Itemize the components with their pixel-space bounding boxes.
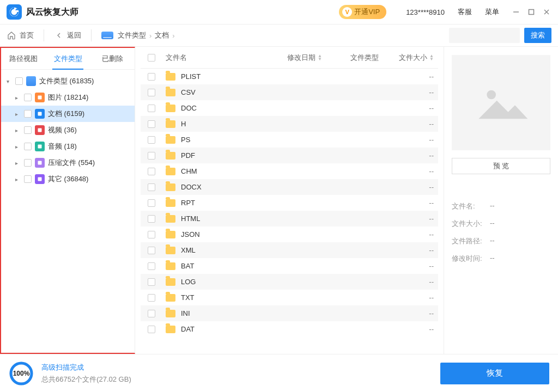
chevron-right-icon[interactable]: ▸ [15, 176, 21, 182]
col-size[interactable]: 文件大小▲▼ [395, 53, 438, 63]
row-checkbox[interactable] [148, 136, 155, 144]
breadcrumb-sep: › [149, 32, 151, 40]
row-checkbox[interactable] [148, 199, 155, 207]
scan-summary: 总共66752个文件(27.02 GB) [41, 375, 131, 384]
row-checkbox[interactable] [148, 183, 155, 191]
svg-rect-10 [38, 128, 42, 132]
chevron-right-icon[interactable]: ▸ [15, 95, 21, 101]
chevron-right-icon[interactable]: ▸ [15, 144, 21, 150]
row-checkbox[interactable] [148, 278, 155, 286]
chevron-right-icon[interactable]: ▸ [15, 127, 21, 133]
table-row[interactable]: XML -- [141, 242, 438, 258]
tree-item[interactable]: ▸ 文档 (6159) [1, 106, 135, 122]
table-row[interactable]: RPT -- [141, 195, 438, 211]
support-link[interactable]: 客服 [458, 7, 472, 17]
tree-root[interactable]: ▾ 文件类型 (61835) [1, 73, 135, 89]
checkbox[interactable] [24, 126, 32, 134]
col-date[interactable]: 修改日期▲▼ [275, 53, 335, 63]
menu-link[interactable]: 菜单 [485, 7, 499, 17]
minimize-button[interactable] [511, 7, 521, 17]
tree-item[interactable]: ▸ 压缩文件 (554) [1, 155, 135, 171]
tree-item-label: 视频 (36) [48, 125, 77, 135]
category-icon [35, 174, 45, 184]
tab-path-view[interactable]: 路径视图 [1, 48, 46, 69]
table-row[interactable]: PS -- [141, 132, 438, 148]
checkbox[interactable] [15, 77, 23, 85]
table-row[interactable]: INI -- [141, 305, 438, 321]
table-row[interactable]: TXT -- [141, 290, 438, 305]
sidebar: 路径视图 文件类型 已删除 ▾ 文件类型 (61835) ▸ 图片 (18214… [0, 47, 135, 354]
meta-name-value: -- [490, 201, 495, 211]
tab-file-type[interactable]: 文件类型 [46, 48, 90, 69]
meta-mtime-value: -- [490, 254, 495, 264]
chevron-right-icon[interactable]: ▸ [15, 160, 21, 166]
file-size: -- [395, 151, 438, 160]
checkbox[interactable] [24, 110, 32, 118]
vip-button[interactable]: V 开通VIP [339, 5, 386, 19]
home-label: 首页 [20, 30, 34, 40]
table-row[interactable]: DOC -- [141, 100, 438, 116]
row-checkbox[interactable] [148, 168, 155, 175]
col-type[interactable]: 文件类型 [335, 53, 395, 63]
table-row[interactable]: LOG -- [141, 274, 438, 290]
file-name: INI [181, 309, 190, 317]
home-button[interactable]: 首页 [7, 30, 34, 40]
tree-item[interactable]: ▸ 其它 (36848) [1, 171, 135, 187]
row-checkbox[interactable] [148, 294, 155, 302]
tab-deleted[interactable]: 已删除 [90, 48, 135, 69]
table-row[interactable]: PDF -- [141, 148, 438, 163]
tree-item-label: 图片 (18214) [48, 93, 88, 102]
row-checkbox[interactable] [148, 262, 155, 270]
select-all-checkbox[interactable] [148, 54, 155, 62]
meta-size-value: -- [490, 219, 495, 229]
checkbox[interactable] [24, 143, 32, 150]
breadcrumb[interactable]: 文件类型 › 文档 › [118, 30, 175, 40]
back-button[interactable]: 返回 [54, 30, 81, 40]
row-checkbox[interactable] [148, 89, 155, 96]
folder-icon [166, 152, 175, 160]
tree-item[interactable]: ▸ 音频 (18) [1, 138, 135, 155]
table-row[interactable]: BAT -- [141, 258, 438, 274]
table-row[interactable]: DOCX -- [141, 179, 438, 195]
table-row[interactable]: PLIST -- [141, 69, 438, 84]
checkbox[interactable] [24, 159, 32, 167]
row-checkbox[interactable] [148, 105, 155, 112]
preview-button[interactable]: 预 览 [452, 158, 550, 174]
user-id[interactable]: 123****8910 [406, 8, 445, 16]
table-row[interactable]: H -- [141, 116, 438, 132]
row-checkbox[interactable] [148, 120, 155, 128]
folder-icon [166, 120, 175, 128]
recover-button[interactable]: 恢复 [440, 363, 549, 384]
row-checkbox[interactable] [148, 231, 155, 238]
row-checkbox[interactable] [148, 326, 155, 333]
col-name[interactable]: 文件名 [162, 53, 275, 63]
table-row[interactable]: HTML -- [141, 211, 438, 226]
checkbox[interactable] [24, 94, 32, 101]
tree-item-label: 文档 (6159) [48, 109, 84, 119]
search-button[interactable]: 搜索 [524, 28, 551, 43]
file-size: -- [395, 325, 438, 333]
table-row[interactable]: DAT -- [141, 321, 438, 337]
search-input[interactable] [449, 28, 520, 43]
chevron-down-icon[interactable]: ▾ [7, 78, 12, 84]
table-row[interactable]: JSON -- [141, 226, 438, 242]
svg-rect-9 [38, 112, 42, 116]
row-checkbox[interactable] [148, 215, 155, 223]
maximize-button[interactable] [526, 7, 536, 17]
close-button[interactable] [542, 7, 551, 17]
tree-item[interactable]: ▸ 图片 (18214) [1, 89, 135, 106]
table-row[interactable]: CSV -- [141, 84, 438, 100]
table-row[interactable]: CHM -- [141, 163, 438, 179]
breadcrumb-item[interactable]: 文档 [155, 30, 169, 40]
row-checkbox[interactable] [148, 310, 155, 317]
file-name: TXT [181, 293, 195, 302]
breadcrumb-item[interactable]: 文件类型 [118, 30, 146, 40]
chevron-right-icon[interactable]: ▸ [15, 111, 21, 117]
progress-ring: 100% [9, 361, 34, 386]
checkbox[interactable] [24, 175, 32, 183]
row-checkbox[interactable] [148, 247, 155, 254]
tree-item[interactable]: ▸ 视频 (36) [1, 122, 135, 138]
row-checkbox[interactable] [148, 73, 155, 81]
sidebar-tabs: 路径视图 文件类型 已删除 [1, 48, 135, 70]
row-checkbox[interactable] [148, 152, 155, 160]
